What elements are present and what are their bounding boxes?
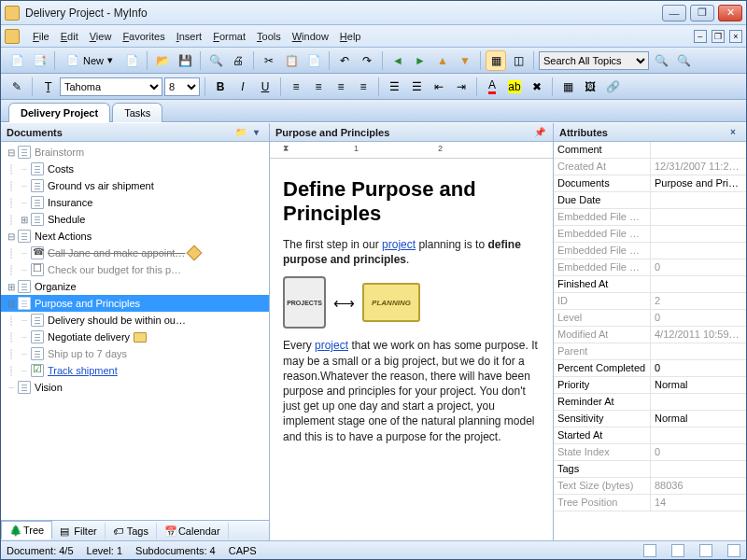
tree-item[interactable]: ⊟Brainstorm xyxy=(1,144,269,161)
menu-insert[interactable]: Insert xyxy=(171,29,208,44)
nav-down-icon[interactable]: ▼ xyxy=(455,50,475,71)
attr-value[interactable] xyxy=(651,427,746,443)
underline-icon[interactable]: U xyxy=(255,77,275,97)
menu-edit[interactable]: Edit xyxy=(55,29,84,44)
indent-icon[interactable]: ⇥ xyxy=(451,77,472,97)
expand-toggle[interactable]: ⊟ xyxy=(5,299,18,309)
mdi-minimize[interactable]: – xyxy=(694,30,707,43)
attributes-close-icon[interactable]: × xyxy=(726,126,740,139)
attr-value[interactable] xyxy=(651,394,746,410)
nav-up-icon[interactable]: ▲ xyxy=(432,50,453,71)
panel-options-icon[interactable]: ▾ xyxy=(248,126,263,139)
menu-favorites[interactable]: Favorites xyxy=(117,29,170,44)
align-center-icon[interactable]: ≡ xyxy=(308,77,329,97)
attr-row[interactable]: Text Size (bytes)88036 xyxy=(554,478,746,495)
cut-icon[interactable]: ✂ xyxy=(259,50,279,71)
attr-value[interactable] xyxy=(651,461,746,477)
attr-row[interactable]: Parent xyxy=(554,343,746,360)
view-tab-tree[interactable]: 🌲Tree xyxy=(1,521,52,539)
print-icon[interactable]: 🖨 xyxy=(228,50,248,71)
menu-format[interactable]: Format xyxy=(207,29,251,44)
search-clear-icon[interactable]: 🔍 xyxy=(673,50,694,71)
attr-value[interactable] xyxy=(651,243,746,259)
menu-help[interactable]: Help xyxy=(334,29,367,44)
tree-item[interactable]: ┊┈Delivery should be within ou… xyxy=(1,312,269,329)
nav-back-icon[interactable]: ◄ xyxy=(388,50,408,71)
editor-pin-icon[interactable]: 📌 xyxy=(532,126,547,139)
expand-toggle[interactable]: ⊟ xyxy=(5,231,18,242)
style-icon[interactable]: ✎ xyxy=(7,77,27,97)
attr-value[interactable]: Purpose and Prin… xyxy=(651,175,746,191)
attr-row[interactable]: Created At12/31/2007 11:2… xyxy=(554,159,746,175)
attr-row[interactable]: Embedded File Si…0 xyxy=(554,259,746,276)
tree-item[interactable]: ┊┈Insurance xyxy=(1,194,269,211)
new-doc-icon[interactable]: 📄 xyxy=(121,50,142,71)
tree-item[interactable]: ┊┈Ship up to 7 days xyxy=(1,345,269,362)
open-icon[interactable]: 📂 xyxy=(152,50,173,71)
layout-toggle-icon[interactable]: ▦ xyxy=(486,50,506,71)
font-family-select[interactable]: Tahoma xyxy=(60,77,162,96)
attr-value[interactable]: 14 xyxy=(651,495,746,511)
maximize-button[interactable]: ❐ xyxy=(690,5,714,21)
attr-row[interactable]: Reminder At xyxy=(554,394,746,411)
mdi-close[interactable]: × xyxy=(729,30,742,43)
panel-newfolder-icon[interactable]: 📁 xyxy=(233,126,248,139)
font-picker-icon[interactable]: Ṯ xyxy=(37,77,58,97)
number-list-icon[interactable]: ☰ xyxy=(406,77,427,97)
attr-row[interactable]: Tags xyxy=(554,461,746,478)
expand-toggle[interactable]: ⊟ xyxy=(5,147,18,158)
doc-tab-tasks[interactable]: Tasks xyxy=(112,103,162,122)
view-mode-4[interactable] xyxy=(727,544,740,557)
clear-format-icon[interactable]: ✖ xyxy=(527,77,547,97)
bold-icon[interactable]: B xyxy=(210,77,231,97)
attr-row[interactable]: SensitivityNormal xyxy=(554,411,746,427)
tree-item[interactable]: ┊┈Ground vs air shipment xyxy=(1,177,269,194)
app-menu-icon[interactable] xyxy=(5,29,20,44)
save-icon[interactable]: 💾 xyxy=(175,50,195,71)
attr-value[interactable]: Normal xyxy=(651,411,746,427)
doc-tab-delivery-project[interactable]: Delivery Project xyxy=(8,103,110,122)
attr-row[interactable]: DocumentsPurpose and Prin… xyxy=(554,175,746,192)
mdi-restore[interactable]: ❐ xyxy=(712,30,725,43)
view-tab-filter[interactable]: ▤Filter xyxy=(52,523,105,539)
print-preview-icon[interactable]: 🔍 xyxy=(205,50,226,71)
outdent-icon[interactable]: ⇤ xyxy=(429,77,449,97)
attr-value[interactable] xyxy=(651,209,746,225)
attr-value[interactable]: 0 xyxy=(651,259,746,275)
attr-value[interactable]: 0 xyxy=(651,444,746,460)
attr-row[interactable]: State Index0 xyxy=(554,444,746,461)
insert-link-icon[interactable]: 🔗 xyxy=(602,77,623,97)
view-mode-2[interactable] xyxy=(671,544,684,557)
tree-item[interactable]: ┊⊞Shedule xyxy=(1,211,269,228)
nav-fwd-icon[interactable]: ► xyxy=(410,50,430,71)
attr-row[interactable]: Comment xyxy=(554,142,746,159)
tree-item[interactable]: ⊟Purpose and Principles xyxy=(1,295,269,312)
attr-value[interactable]: 88036 xyxy=(651,478,746,494)
font-size-select[interactable]: 8 xyxy=(164,77,200,96)
highlight-icon[interactable]: ab xyxy=(504,77,525,97)
expand-toggle[interactable]: ⊞ xyxy=(5,282,18,292)
menu-tools[interactable]: Tools xyxy=(251,29,287,44)
new-button[interactable]: 📄 New ▾ xyxy=(60,50,120,71)
tree-item[interactable]: ⊞Organize xyxy=(1,278,269,295)
align-justify-icon[interactable]: ≡ xyxy=(353,77,374,97)
new-topic-icon[interactable]: 📄 xyxy=(7,50,27,71)
menu-window[interactable]: Window xyxy=(287,29,334,44)
search-icon[interactable]: 🔍 xyxy=(651,50,671,71)
menu-view[interactable]: View xyxy=(84,29,118,44)
attr-value[interactable]: 12/31/2007 11:2… xyxy=(651,159,746,175)
redo-icon[interactable]: ↷ xyxy=(357,50,377,71)
attr-value[interactable]: Normal xyxy=(651,377,746,393)
attr-row[interactable]: Percent Completed0 xyxy=(554,360,746,377)
undo-icon[interactable]: ↶ xyxy=(334,50,355,71)
attr-row[interactable]: Embedded File N… xyxy=(554,243,746,259)
italic-icon[interactable]: I xyxy=(233,77,253,97)
project-link-1[interactable]: project xyxy=(382,238,416,251)
new-subtopic-icon[interactable]: 📑 xyxy=(29,50,49,71)
project-link-2[interactable]: project xyxy=(315,339,348,352)
close-button[interactable]: ✕ xyxy=(718,5,742,21)
insert-table-icon[interactable]: ▦ xyxy=(557,77,578,97)
view-tab-tags[interactable]: 🏷Tags xyxy=(106,523,157,539)
font-color-icon[interactable]: A xyxy=(482,77,502,97)
ruler[interactable]: ⧗ 1 2 xyxy=(270,142,553,159)
